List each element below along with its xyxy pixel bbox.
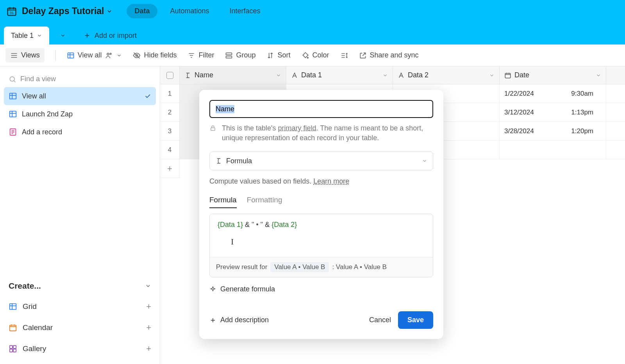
cell-date[interactable]: 3/28/2024 1:20pm [500, 122, 606, 140]
nav-data[interactable]: Data [127, 4, 157, 18]
column-header-date[interactable]: Date [500, 66, 606, 84]
sidebar-view-all[interactable]: View all [4, 87, 156, 105]
nav-interfaces[interactable]: Interfaces [222, 4, 268, 18]
time-value: 1:20pm [571, 127, 601, 135]
svg-rect-17 [10, 349, 12, 352]
row-number: 1 [160, 84, 180, 103]
column-header-data1[interactable]: Data 1 [286, 66, 393, 84]
row-height-icon [340, 52, 348, 59]
add-or-import-button[interactable]: Add or import [77, 27, 144, 45]
create-grid-view[interactable]: Grid + [4, 296, 156, 317]
svg-text:31: 31 [10, 11, 14, 15]
learn-more-link[interactable]: Learn more [313, 177, 349, 185]
field-name-input[interactable] [209, 100, 433, 118]
formula-token-op: & [263, 221, 271, 228]
divider [55, 50, 56, 61]
chevron-down-icon [60, 33, 66, 38]
popover-subtabs: Formula Formatting [209, 196, 433, 208]
sidebar-add-record[interactable]: Add a record [4, 123, 156, 141]
formula-token-field: {Data 2} [271, 221, 297, 228]
group-button[interactable]: Group [225, 51, 255, 59]
table-tab-active[interactable]: Table 1 [4, 27, 49, 45]
formula-token-field: {Data 1} [218, 221, 243, 228]
svg-rect-14 [10, 325, 16, 331]
cell-date[interactable]: 3/12/2024 1:13pm [500, 103, 606, 121]
date-value: 3/28/2024 [504, 127, 534, 135]
chevron-down-icon [106, 8, 112, 14]
svg-point-9 [10, 77, 14, 81]
view-switcher-label: View all [78, 51, 102, 59]
sparkle-icon [209, 286, 216, 293]
row-height-button[interactable] [340, 52, 348, 59]
table-icon [9, 302, 17, 311]
cell-date[interactable]: 1/22/2024 9:30am [500, 84, 606, 103]
subtab-formula[interactable]: Formula [209, 196, 237, 208]
paint-bucket-icon [302, 52, 309, 59]
create-header-label: Create... [9, 281, 41, 291]
sort-label: Sort [277, 51, 290, 59]
subtab-formatting[interactable]: Formatting [247, 196, 282, 208]
find-a-view-search[interactable]: Find a view [4, 71, 156, 87]
svg-rect-16 [13, 346, 16, 348]
column-header-name[interactable]: Name [180, 66, 286, 84]
gallery-icon [9, 344, 17, 353]
group-label: Group [236, 51, 255, 59]
column-header-data2[interactable]: Data 2 [393, 66, 500, 84]
svg-point-4 [110, 53, 111, 54]
table-tab-more[interactable] [53, 27, 73, 45]
add-row-button[interactable]: + [160, 159, 180, 178]
text-icon [398, 72, 405, 79]
group-icon [225, 52, 233, 59]
formula-preview: Preview result for Value A • Value B : V… [210, 257, 433, 277]
svg-rect-19 [505, 73, 511, 78]
create-calendar-label: Calendar [23, 323, 53, 332]
compute-note: Compute values based on fields. Learn mo… [209, 177, 433, 186]
column-data2-label: Data 2 [408, 71, 429, 79]
generate-formula-button[interactable]: Generate formula [209, 285, 433, 293]
create-gallery-view[interactable]: Gallery + [4, 338, 156, 359]
filter-label: Filter [198, 51, 214, 59]
base-name-dropdown[interactable]: Delay Zaps Tutorial [22, 6, 112, 16]
color-button[interactable]: Color [302, 51, 329, 59]
formula-editor[interactable]: {Data 1} & " • " & {Data 2} I [210, 214, 433, 257]
filter-button[interactable]: Filter [188, 51, 214, 59]
share-sync-button[interactable]: Share and sync [359, 51, 419, 59]
chevron-down-icon [276, 73, 281, 78]
grid-header-row: Name Data 1 Data 2 Date [160, 66, 625, 84]
row-number: 2 [160, 103, 180, 121]
hide-fields-button[interactable]: Hide fields [133, 51, 177, 59]
sort-button[interactable]: Sort [266, 51, 290, 59]
plus-icon: + [146, 344, 151, 354]
sidebar-view-launch-2nd-zap[interactable]: Launch 2nd Zap [4, 105, 156, 123]
view-switcher[interactable]: View all [67, 51, 122, 59]
add-description-button[interactable]: Add description [209, 316, 269, 324]
plus-icon [209, 317, 216, 324]
column-data1-label: Data 1 [301, 71, 322, 79]
nav-automations[interactable]: Automations [162, 4, 217, 18]
save-button[interactable]: Save [398, 311, 433, 329]
sort-icon [266, 52, 274, 59]
cell-date[interactable] [500, 141, 606, 159]
svg-rect-10 [10, 93, 16, 99]
add-record-label: Add a record [22, 128, 62, 136]
chevron-down-icon [145, 283, 151, 289]
formula-token-string: " • " [252, 221, 263, 228]
eye-off-icon [133, 52, 141, 59]
views-toggle[interactable]: Views [5, 48, 45, 62]
filter-icon [188, 52, 195, 59]
table-tabs-bar: Table 1 Add or import [0, 22, 625, 45]
field-type-label: Formula [226, 157, 252, 165]
create-header[interactable]: Create... [4, 276, 156, 296]
share-icon [359, 52, 367, 59]
create-calendar-view[interactable]: Calendar + [4, 317, 156, 338]
generate-formula-label: Generate formula [220, 285, 275, 293]
primary-field-link[interactable]: primary field [278, 124, 316, 132]
field-type-select[interactable]: Formula [209, 152, 433, 170]
cancel-button[interactable]: Cancel [362, 312, 398, 328]
chevron-down-icon [37, 33, 42, 38]
share-label: Share and sync [370, 51, 419, 59]
select-all-checkbox[interactable] [160, 66, 180, 84]
view-label: Launch 2nd Zap [22, 110, 73, 118]
date-value: 3/12/2024 [504, 109, 534, 116]
views-sidebar: Find a view View all Launch 2nd Zap Add … [0, 66, 160, 364]
